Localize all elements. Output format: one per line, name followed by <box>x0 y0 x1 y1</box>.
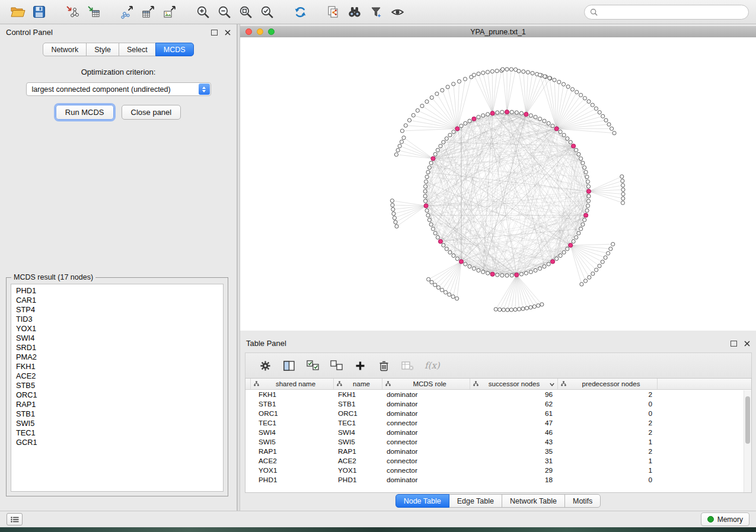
table-cell[interactable]: 35 <box>470 447 557 456</box>
table-row[interactable]: ACE2ACE2connector311 <box>245 456 751 466</box>
mcds-result-item[interactable]: CAR1 <box>11 296 223 305</box>
table-cell[interactable]: PHD1 <box>250 476 333 484</box>
table-scrollbar[interactable] <box>744 390 751 492</box>
float-window-icon[interactable] <box>731 341 737 347</box>
memory-button[interactable]: Memory <box>701 512 749 526</box>
mcds-result-item[interactable]: ORC1 <box>11 390 223 400</box>
table-cell[interactable]: 31 <box>470 457 557 465</box>
network-window-titlebar[interactable]: YPA_prune.txt_1 <box>240 26 756 38</box>
table-cell[interactable]: ACE2 <box>250 457 333 465</box>
mcds-result-item[interactable]: FKH1 <box>11 362 223 371</box>
import-table-button[interactable] <box>83 2 104 21</box>
table-cell[interactable]: 43 <box>470 438 557 446</box>
task-history-button[interactable] <box>7 513 23 525</box>
show-hide-button[interactable] <box>387 2 408 21</box>
table-cell[interactable]: SWI5 <box>250 438 333 446</box>
minimize-window-icon[interactable] <box>257 28 263 35</box>
scrollbar-thumb[interactable] <box>745 396 750 444</box>
table-cell[interactable]: 2 <box>557 419 657 427</box>
network-canvas[interactable] <box>240 37 756 331</box>
show-columns-button[interactable] <box>279 357 299 374</box>
maximize-window-icon[interactable] <box>268 28 275 35</box>
column-header-shared-name[interactable]: shared name <box>251 379 334 389</box>
table-cell[interactable]: STB1 <box>333 400 382 408</box>
table-cell[interactable]: connector <box>382 457 470 465</box>
table-cell[interactable]: ORC1 <box>333 409 382 418</box>
tab-network-table[interactable]: Network Table <box>502 494 565 508</box>
column-header-mcds-role[interactable]: MCDS role <box>382 379 470 389</box>
table-cell[interactable]: TEC1 <box>250 419 333 427</box>
deselect-all-button[interactable] <box>326 357 346 374</box>
table-cell[interactable]: SWI5 <box>333 438 382 446</box>
close-panel-icon[interactable] <box>225 30 231 36</box>
table-cell[interactable]: RAP1 <box>250 447 333 456</box>
table-settings-button[interactable] <box>255 357 275 374</box>
table-cell[interactable]: FKH1 <box>333 390 382 399</box>
table-row[interactable]: RAP1RAP1dominator352 <box>245 447 751 456</box>
column-header-predecessor-nodes[interactable]: predecessor nodes <box>558 379 658 389</box>
column-header-name[interactable]: name <box>334 379 382 389</box>
table-cell[interactable]: 62 <box>470 400 557 408</box>
table-cell[interactable]: dominator <box>382 390 470 399</box>
zoom-out-button[interactable] <box>213 2 235 21</box>
table-cell[interactable]: dominator <box>382 400 470 408</box>
table-cell[interactable]: SWI4 <box>250 428 333 437</box>
mcds-result-item[interactable]: SRD1 <box>11 343 223 352</box>
clone-network-button[interactable] <box>323 2 344 21</box>
table-cell[interactable]: ORC1 <box>250 409 333 418</box>
table-row[interactable]: PHD1PHD1dominator180 <box>245 475 751 485</box>
table-cell[interactable]: 29 <box>470 466 557 475</box>
table-row[interactable]: TEC1TEC1connector472 <box>245 418 751 428</box>
table-cell[interactable]: YOX1 <box>250 466 333 475</box>
table-cell[interactable]: 47 <box>470 419 557 427</box>
table-cell[interactable]: STB1 <box>250 400 333 408</box>
tab-edge-table[interactable]: Edge Table <box>449 494 502 508</box>
table-cell[interactable]: ACE2 <box>333 457 382 465</box>
mcds-result-item[interactable]: GCR1 <box>11 438 223 447</box>
float-window-icon[interactable] <box>211 30 218 36</box>
column-header-successor-nodes[interactable]: successor nodes <box>470 379 558 389</box>
criterion-select[interactable]: largest connected component (undirected) <box>26 82 211 96</box>
table-cell[interactable]: FKH1 <box>250 390 333 399</box>
select-all-button[interactable] <box>302 357 323 374</box>
table-cell[interactable]: dominator <box>382 476 470 484</box>
tab-motifs[interactable]: Motifs <box>564 494 601 508</box>
table-cell[interactable]: RAP1 <box>333 447 382 456</box>
add-column-button[interactable] <box>350 357 370 374</box>
table-cell[interactable]: 18 <box>470 476 557 484</box>
mcds-result-item[interactable]: PHD1 <box>11 286 223 296</box>
run-mcds-button[interactable]: Run MCDS <box>56 105 114 120</box>
mcds-result-item[interactable]: RAP1 <box>11 400 223 409</box>
mcds-result-item[interactable]: TEC1 <box>11 428 223 438</box>
table-cell[interactable]: connector <box>382 438 470 446</box>
close-window-icon[interactable] <box>245 28 252 35</box>
open-session-button[interactable] <box>7 2 28 21</box>
export-network-button[interactable] <box>116 2 138 21</box>
table-cell[interactable]: 1 <box>557 438 657 446</box>
function-builder-button[interactable]: f(x) <box>425 360 440 371</box>
table-cell[interactable]: 2 <box>557 390 657 399</box>
filter-button[interactable] <box>365 2 387 21</box>
tab-network[interactable]: Network <box>43 43 87 56</box>
table-cell[interactable]: 1 <box>557 466 657 475</box>
table-cell[interactable]: dominator <box>382 409 470 418</box>
table-cell[interactable]: SWI4 <box>333 428 382 437</box>
table-row[interactable]: ORC1ORC1dominator610 <box>245 409 751 418</box>
table-cell[interactable]: 2 <box>557 428 657 437</box>
table-cell[interactable]: 0 <box>557 476 657 484</box>
table-cell[interactable]: connector <box>382 466 470 475</box>
mcds-result-item[interactable]: STP4 <box>11 305 223 315</box>
close-panel-button[interactable]: Close panel <box>122 105 181 120</box>
mcds-result-item[interactable]: PMA2 <box>11 352 223 362</box>
tab-style[interactable]: Style <box>86 43 119 56</box>
mcds-result-item[interactable]: YOX1 <box>11 324 223 334</box>
table-row[interactable]: YOX1YOX1connector291 <box>245 466 751 475</box>
export-image-button[interactable] <box>159 2 180 21</box>
tab-node-table[interactable]: Node Table <box>395 494 449 508</box>
close-panel-icon[interactable] <box>744 341 750 347</box>
table-cell[interactable]: TEC1 <box>333 419 382 427</box>
zoom-fit-button[interactable] <box>235 2 256 21</box>
save-session-button[interactable] <box>28 2 50 21</box>
table-cell[interactable]: dominator <box>382 447 470 456</box>
mcds-result-item[interactable]: STB5 <box>11 381 223 390</box>
